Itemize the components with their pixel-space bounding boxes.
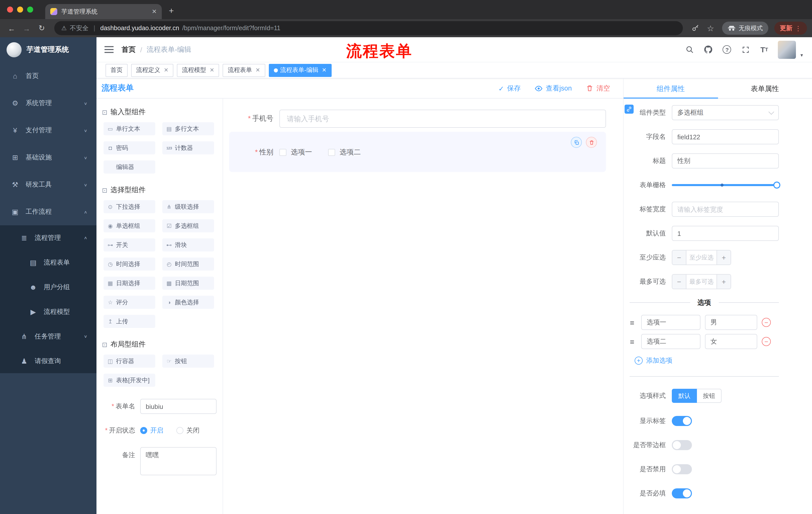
- phone-field-row[interactable]: 手机号: [229, 110, 606, 128]
- font-size-icon[interactable]: TT: [759, 45, 769, 55]
- form-remark-textarea[interactable]: 嘿嘿: [140, 447, 216, 475]
- palette-item-password[interactable]: ◘密码: [104, 141, 155, 154]
- option1-checkbox[interactable]: 选项一: [279, 148, 312, 157]
- field-name-input[interactable]: [672, 129, 779, 144]
- search-icon[interactable]: [685, 45, 695, 55]
- palette-item-time-picker[interactable]: ◷时间选择: [104, 258, 155, 271]
- palette-item-switch[interactable]: ⊶开关: [104, 238, 155, 251]
- palette-item-date-picker[interactable]: ▦日期选择: [104, 277, 155, 290]
- selected-component-gender[interactable]: 性别 选项一 选项二: [229, 132, 606, 172]
- title-input[interactable]: [672, 154, 779, 168]
- tab-component-props[interactable]: 组件属性: [624, 78, 718, 98]
- password-key-icon[interactable]: [689, 22, 702, 35]
- minus-icon[interactable]: −: [672, 275, 686, 289]
- show-label-toggle[interactable]: [672, 416, 692, 426]
- sidebar-item-infrastructure[interactable]: ⊞ 基础设施 ∨: [0, 144, 96, 171]
- address-bar[interactable]: ⚠ 不安全 | dashboard.yudao.iocoder.cn/bpm/m…: [54, 21, 683, 35]
- new-tab-button[interactable]: +: [169, 6, 174, 16]
- delete-component-button[interactable]: [586, 137, 597, 148]
- sidebar-item-home[interactable]: ⌂ 首页: [0, 62, 96, 89]
- copy-component-button[interactable]: [571, 137, 582, 148]
- save-button[interactable]: ✓ 保存: [498, 84, 521, 93]
- fullscreen-icon[interactable]: [741, 45, 751, 55]
- option1-value-input[interactable]: [705, 315, 757, 330]
- option2-value-input[interactable]: [705, 334, 757, 349]
- close-icon[interactable]: ✕: [322, 67, 326, 74]
- user-avatar[interactable]: [778, 40, 796, 59]
- tag-home[interactable]: 首页: [106, 64, 127, 77]
- sidebar-item-user-group[interactable]: ☻ 用户分组: [0, 275, 96, 299]
- style-button-button[interactable]: 按钮: [697, 389, 722, 403]
- sidebar-item-devtools[interactable]: ⚒ 研发工具 ∨: [0, 171, 96, 198]
- status-off-radio[interactable]: 关闭: [176, 426, 200, 435]
- close-window-button[interactable]: [7, 6, 13, 12]
- sidebar-item-leave-query[interactable]: ♟ 请假查询: [0, 349, 96, 373]
- drag-handle-icon[interactable]: ≡: [628, 318, 637, 327]
- palette-item-input-text[interactable]: ▭单行文本: [104, 122, 155, 135]
- disabled-toggle[interactable]: [672, 464, 692, 474]
- palette-item-time-range[interactable]: ◴时间范围: [162, 258, 214, 271]
- option2-checkbox[interactable]: 选项二: [328, 148, 361, 157]
- sidebar-item-payment[interactable]: ¥ 支付管理 ∨: [0, 117, 96, 144]
- close-icon[interactable]: ✕: [256, 67, 260, 74]
- view-json-button[interactable]: 查看json: [534, 84, 572, 93]
- grid-slider[interactable]: [672, 178, 779, 193]
- maximize-window-button[interactable]: [27, 6, 33, 12]
- forward-icon[interactable]: →: [20, 22, 33, 35]
- hamburger-icon[interactable]: [105, 46, 114, 53]
- style-default-button[interactable]: 默认: [672, 389, 697, 403]
- reload-icon[interactable]: ↻: [35, 22, 48, 35]
- link-icon[interactable]: [625, 105, 634, 114]
- add-option-button[interactable]: + 添加选项: [635, 356, 812, 365]
- palette-item-upload[interactable]: ↥上传: [104, 315, 155, 328]
- palette-item-cascader[interactable]: ⋔级联选择: [162, 200, 214, 213]
- palette-item-editor[interactable]: 编辑器: [104, 160, 155, 173]
- palette-item-table[interactable]: ⊞表格[开发中]: [104, 374, 155, 387]
- tag-process-model[interactable]: 流程模型 ✕: [177, 64, 219, 77]
- minus-icon[interactable]: −: [672, 250, 686, 265]
- tag-process-definition[interactable]: 流程定义 ✕: [131, 64, 173, 77]
- remove-option-icon[interactable]: −: [762, 318, 771, 327]
- palette-item-textarea[interactable]: ▤多行文本: [162, 122, 214, 135]
- palette-item-date-range[interactable]: ▩日期范围: [162, 277, 214, 290]
- tag-process-form[interactable]: 流程表单 ✕: [223, 64, 265, 77]
- github-icon[interactable]: [703, 45, 714, 55]
- sidebar-item-system[interactable]: ⚙ 系统管理 ∨: [0, 89, 96, 117]
- clear-button[interactable]: 清空: [586, 84, 610, 93]
- palette-item-button[interactable]: ☞按钮: [162, 355, 214, 368]
- palette-item-select[interactable]: ⊙下拉选择: [104, 200, 155, 213]
- back-icon[interactable]: ←: [5, 22, 18, 35]
- component-type-select[interactable]: 多选框组: [672, 105, 779, 120]
- tab-form-props[interactable]: 表单属性: [718, 78, 812, 98]
- max-select-value[interactable]: 最多可选: [686, 275, 717, 289]
- default-value-input[interactable]: [672, 226, 779, 241]
- close-icon[interactable]: ✕: [164, 67, 168, 74]
- palette-item-slider[interactable]: ⊷滑块: [162, 238, 214, 251]
- required-toggle[interactable]: [672, 488, 692, 498]
- sidebar-item-task-management[interactable]: ⋔ 任务管理 ∨: [0, 324, 96, 349]
- drag-handle-icon[interactable]: ≡: [628, 337, 637, 346]
- sidebar-item-workflow[interactable]: ▣ 工作流程 ∧: [0, 198, 96, 225]
- slider-handle[interactable]: [773, 182, 780, 189]
- close-icon[interactable]: ✕: [209, 67, 214, 74]
- incognito-badge[interactable]: 无痕模式: [722, 22, 768, 35]
- palette-item-radio-group[interactable]: ◉单选框组: [104, 219, 155, 232]
- tab-close-icon[interactable]: ✕: [152, 8, 157, 15]
- bookmark-star-icon[interactable]: ☆: [704, 22, 717, 35]
- tag-process-form-edit-active[interactable]: 流程表单-编辑 ✕: [268, 64, 331, 77]
- palette-item-counter[interactable]: 123计数器: [162, 141, 214, 154]
- sidebar-item-process-management[interactable]: ≣ 流程管理 ∧: [0, 225, 96, 250]
- minimize-window-button[interactable]: [17, 6, 23, 12]
- sidebar-item-process-form[interactable]: ▤ 流程表单: [0, 250, 96, 275]
- form-name-input[interactable]: [140, 399, 216, 414]
- browser-tab[interactable]: 芋道管理系统 ✕: [45, 4, 162, 19]
- border-toggle[interactable]: [672, 440, 692, 450]
- palette-item-rate[interactable]: ☆评分: [104, 296, 155, 309]
- help-icon[interactable]: ?: [722, 45, 732, 55]
- breadcrumb-home[interactable]: 首页: [122, 45, 136, 54]
- sidebar-item-process-model[interactable]: ▶ 流程模型: [0, 299, 96, 324]
- remove-option-icon[interactable]: −: [762, 337, 771, 346]
- option2-label-input[interactable]: [641, 334, 700, 349]
- phone-input[interactable]: [279, 110, 606, 128]
- option1-label-input[interactable]: [641, 315, 700, 330]
